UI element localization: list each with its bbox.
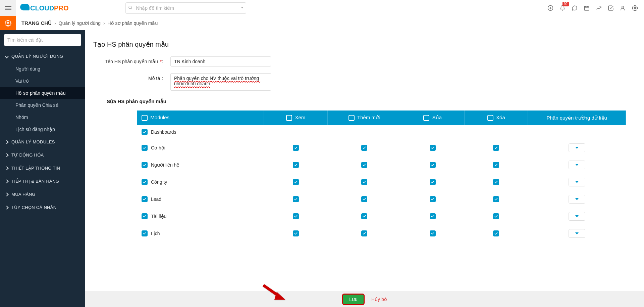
col-view: Xem [295,115,305,120]
svg-line-1 [131,8,132,9]
gear-icon[interactable] [629,2,641,14]
table-row: Lịch [137,225,626,242]
checkbox-icon[interactable] [430,230,436,236]
checkbox-icon[interactable] [493,213,499,219]
chevron-right-icon [5,179,8,183]
checkbox-all-del[interactable] [487,115,493,121]
checkbox-icon[interactable] [293,145,299,151]
checkbox-icon[interactable] [142,230,148,236]
chevron-right-icon [5,192,8,196]
checkbox-icon[interactable] [293,230,299,236]
breadcrumb: TRANG CHỦ › Quản lý người dùng › Hồ sơ p… [16,20,158,26]
svg-point-11 [7,22,9,24]
checkbox-all-add[interactable] [348,115,355,121]
sidebar-section-users[interactable]: QUẢN LÝ NGƯỜI DÙNG [0,50,85,63]
profile-desc-textarea[interactable] [170,73,271,91]
checkbox-icon[interactable] [361,179,367,185]
sidebar-item-login-history[interactable]: Lịch sử đăng nhập [0,123,85,135]
checkbox-icon[interactable] [293,162,299,168]
topbar: CLOUDPRO 92 [0,0,644,16]
checkbox-icon[interactable] [493,230,499,236]
expand-button[interactable] [569,195,585,204]
expand-button[interactable] [569,143,585,152]
permissions-table: Modules Xem Thêm mới Sửa [137,111,626,242]
cancel-button[interactable]: Hủy bỏ [371,297,387,302]
module-name: Cơ hội [151,145,165,150]
checkbox-icon[interactable] [430,179,436,185]
checkbox-icon[interactable] [430,162,436,168]
breadcrumb-home[interactable]: TRANG CHỦ [21,20,52,26]
settings-tab[interactable] [0,16,16,30]
checkbox-icon[interactable] [142,145,148,151]
checkbox-icon[interactable] [293,213,299,219]
expand-button[interactable] [569,229,585,238]
checkbox-icon[interactable] [430,145,436,151]
sidebar-section-modules[interactable]: QUẢN LÝ MODULES [0,135,85,148]
name-label: Tên HS phân quyền mẫu [105,59,158,64]
sidebar-item-profiles[interactable]: Hồ sơ phân quyền mẫu [0,87,85,99]
checkbox-icon[interactable] [142,179,148,185]
logo[interactable]: CLOUDPRO [20,4,68,12]
table-row: Người liên hệ [137,157,626,174]
checkbox-all-edit[interactable] [423,115,429,121]
calendar-icon[interactable] [581,2,592,14]
table-row: Cơ hội [137,139,626,157]
chat-icon[interactable] [569,2,580,14]
checkbox-icon[interactable] [493,196,499,202]
checkbox-icon[interactable] [293,196,299,202]
sidebar-item-sharing[interactable]: Phân quyền Chia sẻ [0,99,85,111]
svg-point-9 [622,6,624,8]
expand-button[interactable] [569,161,585,169]
user-icon[interactable] [617,2,629,14]
col-field: Phân quyền trường dữ liệu [547,115,607,121]
checkbox-icon[interactable] [361,196,367,202]
main-content: Tạo HS phân quyền mẫu Tên HS phân quyền … [85,30,644,307]
expand-button[interactable] [569,212,585,221]
breadcrumb-lvl1[interactable]: Quản lý người dùng [59,20,101,26]
sidebar-item-roles[interactable]: Vai trò [0,75,85,87]
sidebar-item-groups[interactable]: Nhóm [0,111,85,123]
col-del: Xóa [496,115,505,120]
checkbox-icon[interactable] [293,179,299,185]
checkbox-icon[interactable] [493,162,499,168]
checkbox-icon[interactable] [361,213,367,219]
svg-point-0 [129,6,131,8]
checkbox-icon[interactable] [361,145,367,151]
checkbox-all-modules[interactable] [142,115,148,121]
checkbox-icon[interactable] [430,196,436,202]
task-icon[interactable] [605,2,616,14]
add-icon[interactable] [545,2,556,14]
profile-name-input[interactable] [170,56,271,67]
search-input[interactable] [125,2,246,14]
sidebar-section-personal[interactable]: TÙY CHỌN CÁ NHÂN [0,201,85,214]
footer-bar: Lưu Hủy bỏ [85,291,644,307]
chevron-right-icon [5,166,8,170]
module-name: Tài liệu [151,214,166,219]
checkbox-icon[interactable] [493,179,499,185]
sidebar-section-purchase[interactable]: MUA HÀNG [0,188,85,201]
sidebar-item-users[interactable]: Người dùng [0,63,85,75]
checkbox-icon[interactable] [430,213,436,219]
checkbox-icon[interactable] [361,230,367,236]
save-button[interactable]: Lưu [342,294,365,305]
sidebar-search-input[interactable] [4,34,81,46]
sidebar-section-config[interactable]: THIẾT LẬP THÔNG TIN [0,162,85,175]
chevron-down-icon [5,54,8,58]
checkbox-icon[interactable] [493,145,499,151]
checkbox-icon[interactable] [142,213,148,219]
module-name: Lịch [151,231,160,236]
stats-icon[interactable] [593,2,604,14]
checkbox-icon[interactable] [142,129,148,135]
checkbox-all-view[interactable] [286,115,292,121]
sidebar-section-auto[interactable]: TỰ ĐỘNG HÓA [0,148,85,162]
hamburger-menu[interactable] [0,0,16,16]
chevron-down-icon[interactable] [241,7,244,8]
bell-icon[interactable]: 92 [557,2,568,14]
expand-button[interactable] [569,178,585,186]
col-modules: Modules [150,115,169,120]
checkbox-icon[interactable] [142,196,148,202]
checkbox-icon[interactable] [142,162,148,168]
checkbox-icon[interactable] [361,162,367,168]
sidebar-section-marketing[interactable]: TIẾP THỊ & BÁN HÀNG [0,175,85,188]
sidebar-section-label: TÙY CHỌN CÁ NHÂN [11,205,56,210]
